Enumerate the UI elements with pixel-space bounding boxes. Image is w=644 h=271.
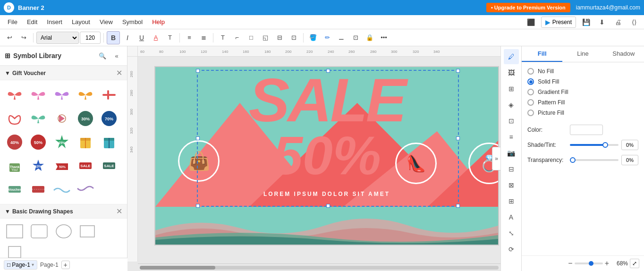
menu-view[interactable]: View	[96, 17, 117, 27]
transparency-slider-track[interactable]	[570, 159, 619, 161]
list-item[interactable]	[27, 178, 49, 200]
list-item[interactable]	[51, 84, 73, 106]
no-fill-radio[interactable]	[527, 68, 534, 75]
text-direction-button[interactable]: T	[163, 31, 177, 44]
list-item[interactable]	[27, 84, 49, 106]
rt-fill-tool[interactable]: 🖊	[504, 49, 519, 64]
fill-color-button[interactable]: 🪣	[306, 31, 320, 44]
basic-shapes-section-header[interactable]: ▼ Basic Drawing Shapes ✕	[0, 204, 127, 219]
list-item[interactable]: SALE	[75, 155, 96, 177]
shade-slider-handle[interactable]	[602, 142, 608, 148]
canvas-content[interactable]: SALE 50% LOREM IPSUM DOLOR SIT AMET 👜 👠 …	[138, 57, 500, 262]
rt-layers-tool[interactable]: ◈	[504, 97, 519, 112]
crop-button[interactable]: ⊡	[287, 31, 300, 44]
list-item[interactable]: 40%	[4, 131, 25, 153]
rt-history-tool[interactable]: ⟳	[504, 242, 519, 257]
basic-shapes-close-icon[interactable]: ✕	[116, 207, 122, 216]
page-tab-chevron[interactable]: ▾	[32, 262, 34, 267]
banner-canvas[interactable]: SALE 50% LOREM IPSUM DOLOR SIT AMET 👜 👠 …	[154, 66, 499, 246]
picture-fill-radio[interactable]	[527, 110, 534, 116]
pattern-fill-radio[interactable]	[527, 99, 534, 106]
sidebar-search-icon[interactable]: 🔍	[97, 50, 108, 61]
list-item[interactable]	[4, 222, 25, 240]
list-item[interactable]: 50%	[27, 131, 49, 153]
picture-fill-option[interactable]: Picture Fill	[527, 110, 638, 116]
tab-shadow[interactable]: Shadow	[603, 46, 644, 62]
gift-voucher-section-header[interactable]: ▼ Gift Voucher ✕	[0, 66, 127, 80]
menu-insert[interactable]: Insert	[43, 17, 66, 27]
line-style-button[interactable]: ⚊	[335, 31, 348, 44]
list-item[interactable]	[98, 131, 120, 153]
rt-stack-tool[interactable]: ≡	[504, 129, 519, 144]
list-item[interactable]: SALE	[98, 155, 120, 177]
rt-group-tool[interactable]: ⊟	[504, 161, 519, 177]
solid-fill-radio[interactable]	[527, 78, 534, 85]
gradient-fill-option[interactable]: Gradient Fill	[527, 89, 638, 95]
transparency-slider-handle[interactable]	[570, 157, 576, 163]
list-item[interactable]	[4, 108, 25, 129]
list-item[interactable]	[51, 108, 73, 129]
shade-slider-track[interactable]	[570, 144, 619, 146]
list-item[interactable]	[75, 84, 96, 106]
zoom-in-button[interactable]: +	[605, 259, 609, 268]
list-item[interactable]	[27, 108, 49, 129]
list-item[interactable]	[53, 222, 75, 240]
redo-button[interactable]: ↪	[17, 31, 30, 44]
menu-help[interactable]: Help	[148, 17, 169, 27]
align-button[interactable]: ≡	[183, 31, 196, 44]
scrollbar-thumb-h[interactable]	[140, 266, 215, 270]
list-item[interactable]: 25%	[51, 131, 73, 153]
font-family-select[interactable]: Arial	[36, 32, 79, 44]
list-item[interactable]	[98, 84, 120, 106]
upgrade-button[interactable]: Upgrade to Premium Version	[486, 3, 570, 12]
border-button[interactable]: ⊡	[349, 31, 362, 44]
layers-button[interactable]: ◱	[259, 31, 272, 44]
zoom-out-button[interactable]: −	[568, 259, 572, 268]
list-item[interactable]	[51, 178, 73, 200]
line-spacing-button[interactable]: ≣	[197, 31, 210, 44]
menu-edit[interactable]: Edit	[23, 17, 41, 27]
text-box-button[interactable]: T	[216, 31, 229, 44]
list-item[interactable]: 10%	[27, 155, 49, 177]
lock-button[interactable]: 🔒	[363, 31, 376, 44]
line-color-button[interactable]: ✏	[321, 31, 334, 44]
horizontal-scrollbar[interactable]	[138, 263, 500, 271]
rt-image-tool[interactable]: 🖼	[504, 65, 519, 80]
rt-table-tool[interactable]: ⊞	[504, 194, 519, 209]
undo-button[interactable]: ↩	[3, 31, 16, 44]
list-item[interactable]: ThankYou!	[4, 155, 25, 177]
shape-tool-button[interactable]: ⌐	[230, 31, 244, 44]
sidebar-collapse-icon[interactable]: «	[111, 50, 122, 61]
download-icon[interactable]: ⬇	[596, 16, 608, 28]
save-icon[interactable]: 💾	[580, 16, 592, 28]
list-item[interactable]	[75, 131, 96, 153]
menu-layout[interactable]: Layout	[68, 17, 94, 27]
list-item[interactable]	[28, 222, 50, 240]
zoom-slider-thumb[interactable]	[589, 261, 593, 266]
list-item[interactable]: Voucher	[4, 178, 25, 200]
rt-resize-tool[interactable]: ⤡	[504, 226, 519, 241]
font-size-input[interactable]	[80, 32, 101, 44]
rt-text-tool[interactable]: A	[504, 210, 519, 225]
list-item[interactable]	[75, 178, 96, 200]
zoom-slider[interactable]	[575, 263, 603, 264]
list-item[interactable]	[77, 222, 99, 240]
list-item[interactable]: 30%	[75, 108, 96, 129]
align-objects-button[interactable]: ⊟	[273, 31, 286, 44]
italic-button[interactable]: I	[121, 31, 134, 44]
add-page-button[interactable]: +	[61, 261, 70, 269]
tab-line[interactable]: Line	[562, 46, 603, 62]
gift-voucher-close-icon[interactable]: ✕	[116, 68, 122, 77]
screenshot-icon[interactable]: ⬛	[525, 16, 537, 28]
zoom-fit-button[interactable]: ⤢	[630, 259, 639, 268]
rt-arrange-tool[interactable]: ⊠	[504, 178, 519, 193]
tab-fill[interactable]: Fill	[522, 46, 562, 62]
menu-symbol[interactable]: Symbol	[119, 17, 146, 27]
present-button[interactable]: ▶ Present	[541, 17, 576, 28]
page-tab-active[interactable]: □ Page-1 ▾	[4, 260, 37, 270]
menu-file[interactable]: File	[4, 17, 21, 27]
list-item[interactable]: 50%	[51, 155, 73, 177]
rect-button[interactable]: □	[245, 31, 258, 44]
no-fill-option[interactable]: No Fill	[527, 68, 638, 75]
canvas-right-toggle[interactable]: »	[492, 147, 500, 170]
